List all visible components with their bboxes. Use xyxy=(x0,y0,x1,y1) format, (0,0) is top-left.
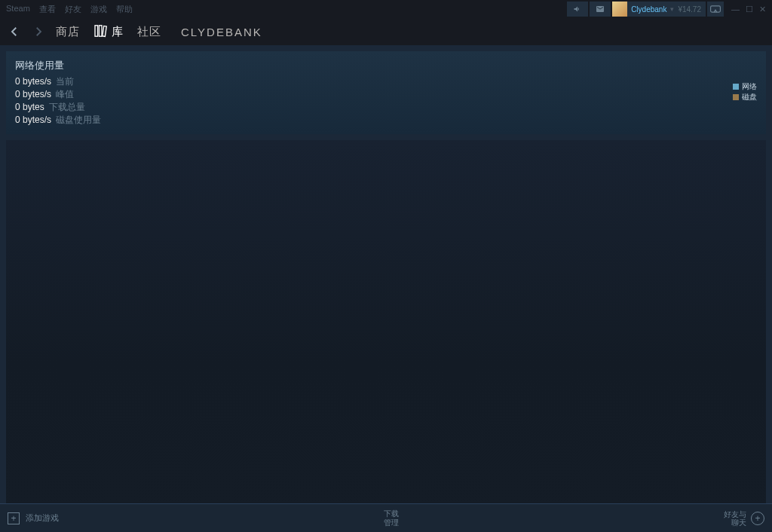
svg-rect-3 xyxy=(103,26,106,36)
announcements-button[interactable] xyxy=(567,2,588,17)
tab-community[interactable]: 社区 xyxy=(137,25,161,39)
nav-back-button[interactable] xyxy=(8,25,21,38)
system-menu-left: Steam 查看 好友 游戏 帮助 xyxy=(6,4,133,15)
svg-rect-0 xyxy=(711,6,721,12)
menu-steam[interactable]: Steam xyxy=(6,4,30,15)
stat-value: 0 bytes xyxy=(15,101,44,114)
vr-button[interactable] xyxy=(707,2,724,17)
maximize-button[interactable]: ☐ xyxy=(746,5,753,14)
inbox-button[interactable] xyxy=(590,2,611,17)
stat-value: 0 bytes/s xyxy=(15,114,51,127)
downloads-button[interactable]: 下载 管理 xyxy=(384,509,399,527)
chevron-down-icon: ▾ xyxy=(670,5,674,13)
add-game-button[interactable]: + 添加游戏 xyxy=(8,512,59,524)
avatar xyxy=(612,2,627,17)
manage-label: 管理 xyxy=(384,518,399,527)
nav-forward-button[interactable] xyxy=(32,25,45,38)
legend-swatch-icon xyxy=(733,84,739,90)
tab-library[interactable]: 库 xyxy=(93,24,124,40)
svg-rect-1 xyxy=(95,25,98,35)
legend-network: 网络 xyxy=(733,81,757,92)
stat-value: 0 bytes/s xyxy=(15,88,51,101)
library-icon xyxy=(93,24,110,40)
downloads-label: 下载 xyxy=(384,509,399,518)
stat-current: 0 bytes/s 当前 xyxy=(15,75,757,88)
main-nav: 商店 库 社区 CLYDEBANK xyxy=(0,18,772,45)
system-menu-bar: Steam 查看 好友 游戏 帮助 Clydebank ▾ ¥14.72 — ☐… xyxy=(0,0,772,18)
legend-disk: 磁盘 xyxy=(733,92,757,102)
bottom-bar: + 添加游戏 下载 管理 好友与 聊天 + xyxy=(0,503,772,532)
network-stats-panel: 网络使用量 0 bytes/s 当前 0 bytes/s 峰值 0 bytes … xyxy=(6,51,766,134)
tab-library-label: 库 xyxy=(112,25,124,39)
close-button[interactable]: ✕ xyxy=(759,5,766,14)
legend: 网络 磁盘 xyxy=(733,81,757,102)
add-game-label: 添加游戏 xyxy=(26,512,59,524)
legend-label: 磁盘 xyxy=(742,92,757,102)
window-controls: — ☐ ✕ xyxy=(731,5,766,14)
stat-value: 0 bytes/s xyxy=(15,75,51,88)
friends-label-2: 聊天 xyxy=(724,518,746,527)
stat-label: 峰值 xyxy=(56,88,74,101)
stats-title: 网络使用量 xyxy=(15,59,757,72)
menu-games[interactable]: 游戏 xyxy=(90,4,107,15)
nav-tabs: 商店 库 社区 CLYDEBANK xyxy=(56,24,262,40)
svg-rect-2 xyxy=(99,25,102,35)
circle-plus-icon: + xyxy=(751,512,764,525)
menu-view[interactable]: 查看 xyxy=(39,4,56,15)
user-name: Clydebank xyxy=(631,5,666,14)
minimize-button[interactable]: — xyxy=(731,5,740,14)
plus-icon: + xyxy=(8,512,20,524)
tab-profile[interactable]: CLYDEBANK xyxy=(181,26,262,38)
menu-friends[interactable]: 好友 xyxy=(65,4,81,15)
tab-store[interactable]: 商店 xyxy=(56,25,80,39)
legend-label: 网络 xyxy=(742,81,757,92)
stat-label: 下载总量 xyxy=(49,101,85,114)
stat-disk: 0 bytes/s 磁盘使用量 xyxy=(15,114,757,127)
wallet-balance: ¥14.72 xyxy=(678,5,701,14)
stat-label: 当前 xyxy=(56,75,74,88)
downloads-graph-area xyxy=(6,140,766,514)
stat-peak: 0 bytes/s 峰值 xyxy=(15,88,757,101)
legend-swatch-icon xyxy=(733,94,739,100)
stat-label: 磁盘使用量 xyxy=(56,114,101,127)
system-menu-right: Clydebank ▾ ¥14.72 — ☐ ✕ xyxy=(567,2,766,17)
friends-chat-button[interactable]: 好友与 聊天 + xyxy=(724,510,764,527)
user-account-button[interactable]: Clydebank ▾ ¥14.72 xyxy=(612,2,706,17)
menu-help[interactable]: 帮助 xyxy=(116,4,133,15)
friends-label-1: 好友与 xyxy=(724,510,746,518)
stat-total: 0 bytes 下载总量 xyxy=(15,101,757,114)
